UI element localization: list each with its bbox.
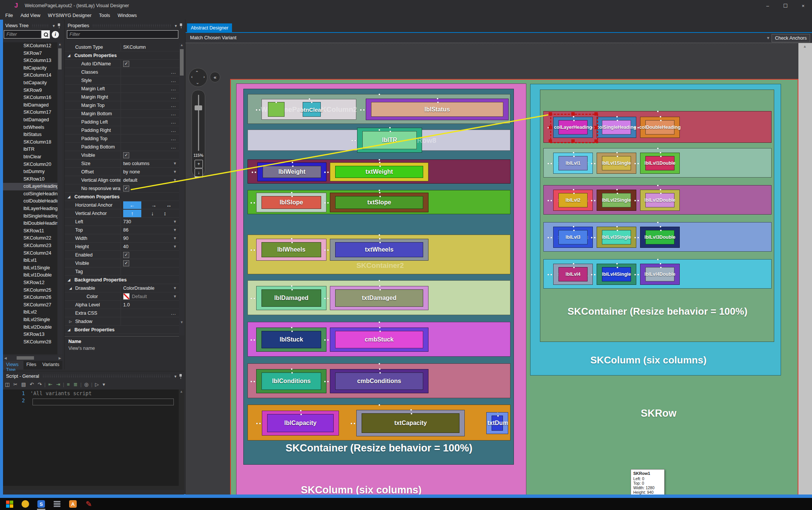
canvas-element-txtDamaged[interactable]: SKColumn17txtDamaged [330, 286, 428, 310]
pan-down-icon[interactable]: ‹ [195, 83, 200, 84]
canvas-element-lblStuck[interactable]: SKColumn8lblStuck [256, 328, 326, 352]
property-value[interactable]: ... [121, 68, 179, 76]
tree-item-txtDummy[interactable]: txtDummy [3, 168, 57, 176]
ellipsis-button[interactable]: ... [171, 144, 176, 150]
properties-filter-input[interactable] [67, 30, 178, 39]
tab-files[interactable]: Files [23, 361, 39, 369]
ellipsis-button[interactable]: ... [171, 311, 176, 316]
property-row-visible[interactable]: Visible✓ [65, 259, 179, 267]
redo-icon[interactable]: ↷ [37, 382, 42, 387]
selection-handle[interactable] [594, 139, 598, 143]
uncomment-icon[interactable]: ≣ [74, 382, 78, 387]
tree-item-lblStatus[interactable]: lblStatus [3, 131, 57, 139]
tree-item-lblLvl1[interactable]: lblLvl1 [3, 257, 57, 264]
property-value[interactable]: ... [121, 76, 179, 84]
canvas-row[interactable]: SKColumn18lblTRSKRow8 [247, 130, 510, 151]
canvas-row[interactable]: SKColumn11lblWheelsSKColumn12txtWheelsSK… [247, 235, 510, 274]
chevron-down-icon[interactable]: ▼ [173, 228, 177, 232]
property-row-shadow[interactable]: Shadow▷ [65, 317, 179, 326]
property-value[interactable]: ✓ [121, 151, 179, 159]
canvas-element-lblLvl4Single[interactable]: lblLvl4Single [597, 264, 636, 285]
canvas-element-lblTR[interactable]: SKColumn18lblTR [357, 128, 422, 153]
property-value[interactable]: ←→↔ [121, 201, 179, 209]
canvas-element-txtWheels[interactable]: SKColumn12txtWheels [330, 239, 428, 261]
property-row-padding-left[interactable]: Padding Left... [65, 118, 179, 126]
canvas-element-cmbStuck[interactable]: SKColumn7cmbStuck [330, 328, 428, 352]
property-value[interactable]: 1.0 [121, 301, 179, 309]
checkbox-visible[interactable]: ✓ [123, 260, 129, 266]
tab-views-tree[interactable]: Views Tree [3, 361, 23, 369]
tree-item-SKColumn14[interactable]: SKColumn14 [3, 72, 57, 79]
selection-handle[interactable] [594, 112, 598, 116]
views-tree-hscrollbar[interactable]: ◀▶ [3, 355, 62, 360]
tree-item-SKRow12[interactable]: SKRow12 [3, 279, 57, 287]
scroll-up-icon[interactable]: ▲ [803, 44, 807, 48]
property-value[interactable]: ✓ [121, 259, 179, 267]
tree-item-SKRow9[interactable]: SKRow9 [3, 87, 57, 94]
canvas-element-lblLvl2Single[interactable]: lblLvl2Single [597, 190, 636, 211]
copy-icon[interactable]: ◫ [5, 382, 9, 387]
checkbox-auto-id-name[interactable]: ✓ [123, 61, 129, 67]
property-row-background-properties[interactable]: Background Properties◢ [65, 276, 179, 284]
collapse-toolbar-button[interactable]: « [210, 72, 220, 82]
ellipsis-button[interactable]: ... [171, 111, 176, 116]
canvas-row[interactable]: SKColumn3lblWeightSKColumn4txtWeight [247, 159, 510, 184]
chevron-down-icon[interactable]: ▼ [173, 178, 177, 182]
design-viewport[interactable]: ▲ WelcomePageB SKColumn2btnClearSKColumn… [186, 43, 812, 495]
property-value[interactable]: ... [121, 93, 179, 101]
property-value[interactable]: SKColumn [121, 43, 179, 51]
canvas-row[interactable]: SKColumn25lblLvl2lblLvl2SinglelblLvl2Dou… [543, 185, 772, 215]
property-row-common-properties[interactable]: Common Properties◢ [65, 193, 179, 201]
property-row-color[interactable]: ColorDefault▼ [65, 292, 179, 301]
property-row-custom-type[interactable]: Custom TypeSKColumn [65, 43, 179, 51]
property-row-margin-bottom[interactable]: Margin Bottom... [65, 110, 179, 118]
property-value[interactable]: two columns▼ [121, 159, 179, 167]
canvas-element-cmbConditions[interactable]: SKColumn10cmbConditions [330, 369, 428, 393]
expander-icon[interactable]: ◢ [69, 286, 72, 290]
canvas-row[interactable]: WelcomePageB SKColumn2btnClearSKColumn19… [247, 94, 510, 124]
selection-handle[interactable] [549, 126, 552, 129]
canvas-element-lblLvl3[interactable]: SKColumn28lblLvl3 [553, 227, 593, 248]
check-anchors-button[interactable]: Check Anchors [772, 34, 810, 42]
anchor-option-icon[interactable]: ↕ [164, 210, 166, 216]
canvas-element-lblLvl1Double[interactable]: lblLvl1Double [640, 153, 680, 174]
property-row-style[interactable]: Style... [65, 76, 179, 85]
canvas-element-lblLvl3Single[interactable]: lblLvl3Single [597, 227, 636, 248]
property-row-tag[interactable]: Tag [65, 267, 179, 276]
pan-right-icon[interactable]: › [203, 74, 205, 79]
property-row-enabled[interactable]: Enabled✓ [65, 251, 179, 259]
tree-item-txtWheels[interactable]: txtWheels [3, 124, 57, 131]
expander-icon[interactable]: ◢ [68, 54, 70, 57]
ellipsis-button[interactable]: ... [171, 78, 176, 83]
property-value[interactable]: ↑↓↕ [121, 209, 179, 217]
tree-item-SKColumn16[interactable]: SKColumn16 [3, 94, 57, 102]
property-value[interactable]: ✓ [121, 60, 179, 68]
property-row-padding-right[interactable]: Padding Right... [65, 126, 179, 134]
variant-combobox[interactable]: Match Chosen Variant [190, 35, 237, 40]
tree-item-SKColumn28[interactable]: SKColumn28 [3, 338, 57, 346]
property-value[interactable]: ColorDrawable▼ [121, 284, 179, 292]
canvas-element-lblStatus[interactable]: SKColumn19lblStatus [366, 99, 509, 120]
tree-item-SKRow10[interactable]: SKRow10 [3, 176, 57, 183]
canvas-element-colDoubleHeading[interactable]: colDoubleHeading [640, 117, 680, 138]
property-row-classes[interactable]: Classes... [65, 68, 179, 76]
property-value[interactable]: ... [121, 85, 179, 93]
property-row-alpha-level[interactable]: Alpha Level1.0 [65, 301, 179, 309]
menu-item-wysiwyg-designer[interactable]: WYSIWYG Designer [44, 13, 95, 18]
canvas-element-txtWeight[interactable]: SKColumn4txtWeight [330, 162, 428, 181]
property-value[interactable]: ... [121, 143, 179, 151]
property-row-padding-bottom[interactable]: Padding Bottom... [65, 143, 179, 151]
anchor-option-icon[interactable]: ↔ [166, 202, 172, 208]
ellipsis-button[interactable]: ... [171, 70, 176, 75]
property-row-margin-left[interactable]: Margin Left... [65, 85, 179, 93]
canvas-element-lblLvl4[interactable]: SKColumn31lblLvl4 [553, 264, 593, 285]
pin-icon[interactable] [179, 23, 183, 29]
property-row-auto-id-name[interactable]: Auto ID/Name✓ [65, 60, 179, 68]
property-row-top[interactable]: Top86▼ [65, 226, 179, 234]
properties-scrollbar[interactable]: ▲ ▼ [179, 43, 184, 335]
tree-item-lblLayerHeading[interactable]: lblLayerHeading [3, 205, 57, 213]
anchor-button-selected[interactable]: ← [123, 201, 141, 209]
canvas-row[interactable]: SKColumn9lblConditionsSKColumn10cmbCondi… [247, 363, 510, 398]
b4a-app-icon[interactable]: A [67, 498, 79, 510]
property-row-width[interactable]: Width90▼ [65, 234, 179, 243]
